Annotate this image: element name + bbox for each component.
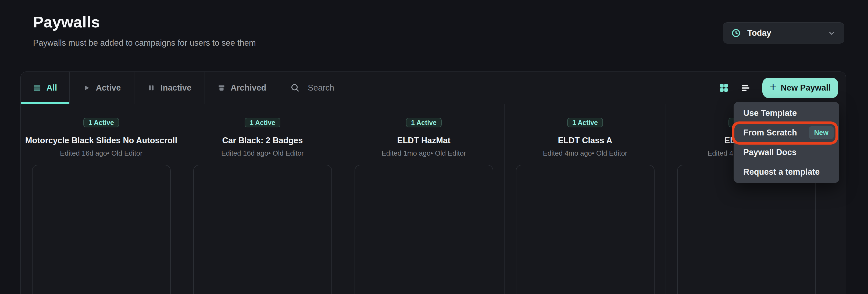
card-meta: Edited 4 <box>666 149 733 158</box>
card-meta: Edited 16d ago• Old Editor <box>60 149 143 158</box>
menu-item-from-scratch[interactable]: From Scratch New <box>734 123 839 142</box>
menu-item-paywall-docs[interactable]: Paywall Docs <box>734 142 839 162</box>
search-icon <box>290 83 300 93</box>
pause-icon <box>148 84 155 92</box>
menu-item-label: From Scratch <box>743 128 797 138</box>
status-badge: 1 Active <box>83 118 119 127</box>
card-meta: Edited 1mo ago• Old Editor <box>381 149 466 158</box>
new-paywall-button[interactable]: + New Paywall <box>762 78 838 98</box>
list-view-button[interactable] <box>740 83 751 93</box>
paywall-card[interactable]: 1 Active ELDT Class A Edited 4mo ago• Ol… <box>504 104 666 294</box>
paywalls-toolbar: All Active Inactive Ar <box>21 72 846 104</box>
tab-all[interactable]: All <box>21 72 70 104</box>
tab-archived[interactable]: Archived <box>205 72 279 104</box>
paywall-preview <box>677 165 816 294</box>
paywall-card[interactable]: 1 Active Car Black: 2 Badges Edited 16d … <box>182 104 343 294</box>
plus-icon: + <box>770 81 777 93</box>
card-title: ELDT HazMat <box>397 136 450 145</box>
menu-item-request-template[interactable]: Request a template <box>734 162 839 182</box>
card-title: Motorcycle Black Slides No Autoscroll <box>25 136 178 145</box>
menu-item-label: Request a template <box>743 167 819 177</box>
paywall-preview <box>354 165 493 294</box>
card-title: Car Black: 2 Badges <box>222 136 303 145</box>
chevron-down-icon <box>828 29 836 37</box>
new-paywall-label: New Paywall <box>781 83 831 93</box>
tab-label: Inactive <box>160 83 191 93</box>
menu-lines-icon <box>33 84 41 92</box>
card-meta: Edited 4mo ago• Old Editor <box>543 149 627 158</box>
tab-inactive[interactable]: Inactive <box>134 72 205 104</box>
grid-view-icon <box>719 83 729 93</box>
page-subtitle: Paywalls must be added to campaigns for … <box>33 38 256 48</box>
search-box <box>279 72 719 104</box>
paywall-card[interactable]: 1 Active ELDT HazMat Edited 1mo ago• Old… <box>343 104 504 294</box>
new-badge: New <box>809 126 834 139</box>
tab-active[interactable]: Active <box>70 72 134 104</box>
new-paywall-dropdown: Use Template From Scratch New Paywall Do… <box>734 102 839 183</box>
archive-icon <box>218 84 225 92</box>
menu-item-use-template[interactable]: Use Template <box>734 103 839 123</box>
grid-view-button[interactable] <box>719 83 729 93</box>
tab-label: All <box>46 83 57 93</box>
menu-item-label: Use Template <box>743 108 797 118</box>
card-title: ELDT Class A <box>558 136 612 145</box>
paywall-preview <box>32 165 171 294</box>
page-title: Paywalls <box>33 13 100 31</box>
active-tab-underline <box>21 102 69 104</box>
paywall-preview <box>193 165 332 294</box>
play-icon <box>83 84 90 92</box>
status-badge: 1 Active <box>406 118 442 127</box>
paywalls-panel: All Active Inactive Ar <box>21 71 846 294</box>
status-badge: 1 Active <box>567 118 603 127</box>
menu-item-label: Paywall Docs <box>743 148 797 157</box>
clock-icon <box>731 28 741 38</box>
toolbar-right: + New Paywall <box>719 72 846 104</box>
tab-label: Active <box>96 83 121 93</box>
paywall-preview <box>516 165 655 294</box>
list-view-icon <box>740 83 751 93</box>
date-filter-button[interactable]: Today <box>723 22 844 43</box>
card-title: EL <box>666 136 735 145</box>
tab-label: Archived <box>230 83 267 93</box>
search-input[interactable] <box>307 83 495 93</box>
paywall-grid: 1 Active Motorcycle Black Slides No Auto… <box>21 104 846 294</box>
date-filter-label: Today <box>747 28 771 38</box>
paywall-card[interactable]: 1 Active Motorcycle Black Slides No Auto… <box>21 104 182 294</box>
card-meta: Edited 16d ago• Old Editor <box>221 149 304 158</box>
status-badge: 1 Active <box>245 118 280 127</box>
